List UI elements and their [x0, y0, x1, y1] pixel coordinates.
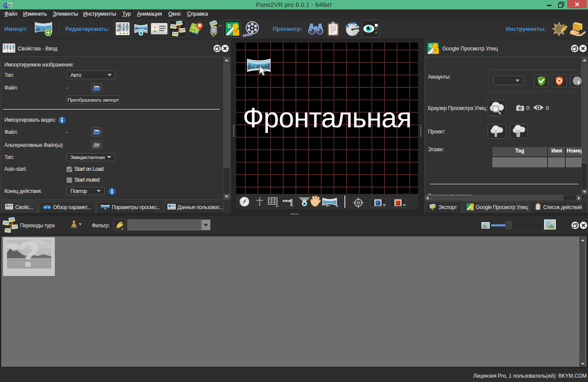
svg-text:G: G: [429, 43, 432, 48]
svg-text:?: ?: [17, 240, 40, 269]
svg-text:G: G: [227, 23, 231, 29]
